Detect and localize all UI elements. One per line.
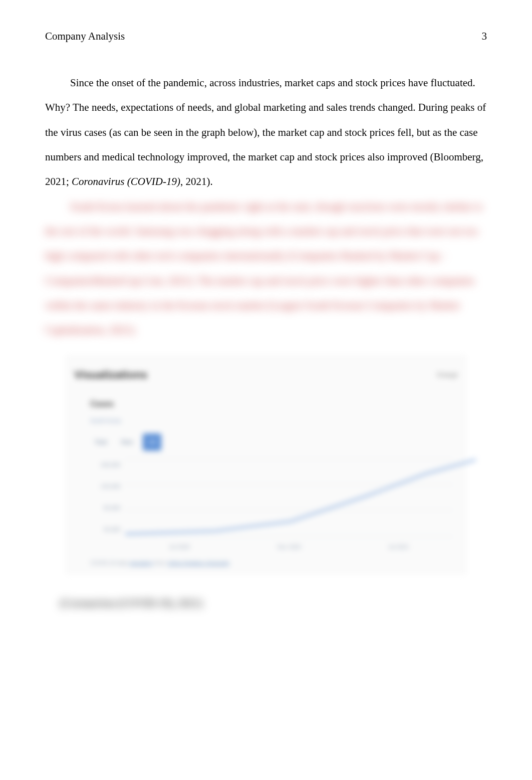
y-tick: 135,000 bbox=[90, 480, 120, 493]
blurred-content: South Korea learned about the pandemic r… bbox=[45, 194, 487, 343]
running-head: Company Analysis bbox=[45, 30, 125, 43]
paragraph-2-text: South Korea learned about the pandemic r… bbox=[45, 201, 482, 336]
chart-tabs: Total New 1M bbox=[90, 434, 458, 451]
tab-new[interactable]: New bbox=[117, 434, 137, 451]
paragraph-1-text-b: , 2021). bbox=[180, 175, 213, 187]
tab-1m[interactable]: 1M bbox=[143, 434, 161, 451]
chart-country: South Korea bbox=[90, 415, 458, 428]
tab-total[interactable]: Total bbox=[90, 434, 111, 451]
footer-link-jhu[interactable]: Johns Hopkins University bbox=[168, 560, 230, 566]
footer-prefix: COVID-19 data bbox=[90, 560, 128, 566]
x-tick: Dec 2020 bbox=[277, 541, 301, 554]
paragraph-1: Since the onset of the pandemic, across … bbox=[45, 71, 487, 194]
x-tick: Jul 2020 bbox=[169, 541, 190, 554]
chart-plot-area: 180,000 135,000 90,000 45,000 Jul 2020 D… bbox=[90, 459, 453, 554]
page-header: Company Analysis 3 bbox=[45, 30, 487, 43]
chart-line bbox=[125, 459, 476, 536]
footer-mid: from bbox=[155, 560, 168, 566]
figure-citation: (Coronavirus (COVID-19), 2021) bbox=[60, 591, 487, 616]
x-tick: Jul 2021 bbox=[388, 541, 409, 554]
chart-header: Visualizations Enlarge bbox=[74, 362, 458, 388]
y-axis-labels: 180,000 135,000 90,000 45,000 bbox=[90, 459, 120, 536]
chart-subtitle: Cases bbox=[90, 395, 458, 414]
paragraph-2: South Korea learned about the pandemic r… bbox=[45, 194, 487, 343]
chart-visualization-block: Visualizations Enlarge Cases South Korea… bbox=[65, 355, 467, 575]
y-tick: 90,000 bbox=[90, 502, 120, 515]
chart-source-footer: COVID-19 data repository from Johns Hopk… bbox=[90, 557, 458, 570]
chart-meta: Cases South Korea Total New 1M bbox=[90, 395, 458, 451]
document-body: Since the onset of the pandemic, across … bbox=[45, 71, 487, 616]
y-tick: 180,000 bbox=[90, 459, 120, 472]
x-axis-labels: Jul 2020 Dec 2020 Jul 2021 bbox=[125, 541, 453, 554]
paragraph-1-italic-citation: Coronavirus (COVID-19) bbox=[72, 175, 180, 187]
y-tick: 45,000 bbox=[90, 523, 120, 536]
page-number: 3 bbox=[482, 30, 487, 43]
footer-link-repository[interactable]: repository bbox=[129, 560, 153, 566]
chart-expand-link[interactable]: Enlarge bbox=[437, 368, 458, 382]
chart-section-title: Visualizations bbox=[74, 362, 147, 388]
paragraph-1-text-a: Since the onset of the pandemic, across … bbox=[45, 77, 486, 187]
